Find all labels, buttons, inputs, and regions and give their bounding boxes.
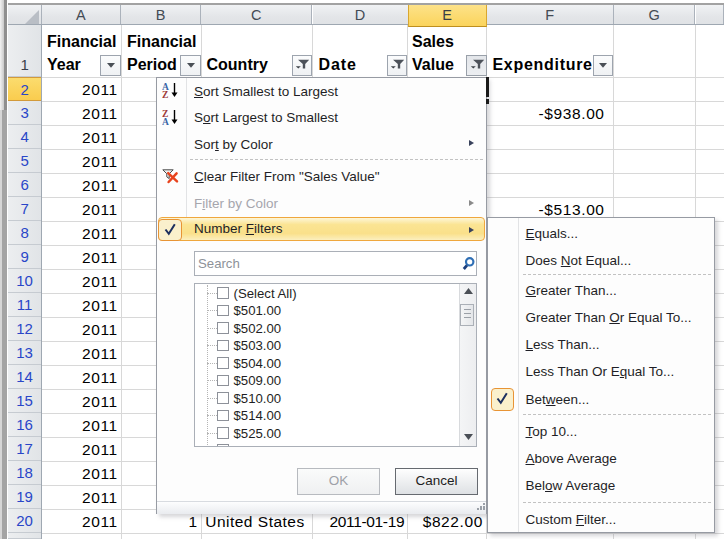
svg-text:Z: Z [162, 89, 168, 98]
svg-text:A: A [162, 116, 169, 125]
